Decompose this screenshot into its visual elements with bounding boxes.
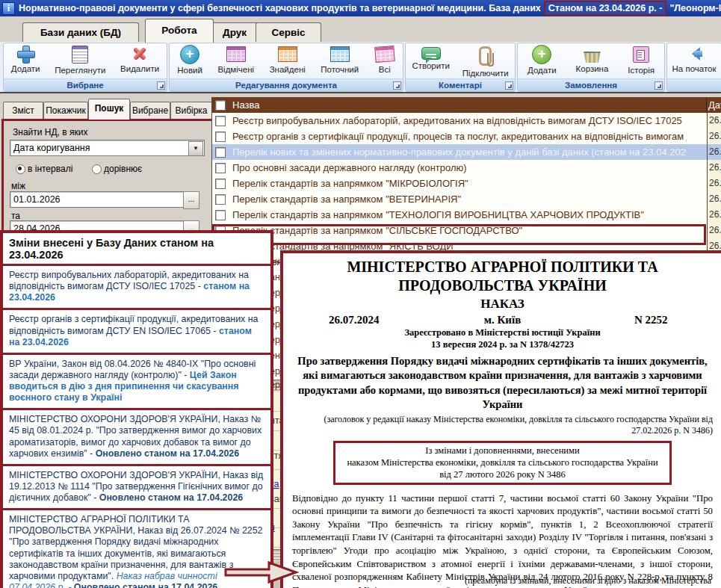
dialog-launcher-icon[interactable] (393, 81, 401, 90)
row-checkbox[interactable] (215, 163, 226, 173)
tab-index[interactable]: Покажчик (43, 102, 88, 119)
radio-equals-label[interactable]: дорівнює (104, 164, 142, 174)
row-date: 26. (707, 191, 721, 208)
all-documents-button[interactable]: Всі (371, 43, 398, 75)
tab-databases[interactable]: Бази даних (БД) (22, 22, 139, 42)
order-add-button[interactable]: + Додати (524, 43, 560, 76)
tab-service[interactable]: Сервіс (256, 22, 321, 42)
list-item[interactable]: Реєстр органів з сертифікації продукції,… (3, 310, 270, 354)
attach-comment-button[interactable]: Підключити (459, 43, 512, 79)
toolbar-group-orders: + Додати Корзина Історія Замовлення (517, 43, 665, 92)
button-label: Історія (628, 66, 655, 75)
radio-equals[interactable] (92, 164, 102, 174)
list-item[interactable]: ВР України, Закон від 08.04.2026 № 4840-… (3, 355, 270, 411)
list-item[interactable]: МІНІСТЕРСТВО АГРАРНОЇ ПОЛІТИКИ ТА ПРОДОВ… (3, 510, 270, 588)
table-row[interactable]: Перелік стандартів за напрямком "ТЕХНОЛО… (212, 207, 721, 223)
column-header-name[interactable]: Назва (232, 97, 259, 113)
button-label: Всі (379, 65, 391, 74)
amendment-line: наказом Міністерства економіки, довкілля… (338, 457, 666, 468)
search-panel: Знайти НД, в яких Дата коригування ▼ в і… (1, 119, 214, 235)
dialog-launcher-icon[interactable] (505, 81, 513, 90)
button-label: Поточний (321, 65, 359, 74)
document-title: Про затвердження Порядку видачі міжнарод… (292, 354, 713, 412)
button-label: Підключити (462, 69, 509, 78)
radio-interval-label[interactable]: в інтервалі (28, 164, 72, 174)
tab-search[interactable]: Пошук (88, 99, 130, 120)
document-body-paragraph: Відповідно до пункту 11 частини першої с… (292, 492, 713, 588)
group-caption-navigation (667, 78, 721, 91)
row-name: Реєстр випробувальних лабораторій, акред… (232, 113, 687, 129)
toolbar-group-navigation: На початок (666, 43, 721, 92)
table-row[interactable]: Реєстр органів з сертифікації продукції,… (212, 129, 721, 145)
window-titlebar: i Нормативно-правові документи у сфері б… (0, 0, 721, 16)
column-header-date[interactable]: Дата (706, 97, 721, 113)
history-journal-icon (633, 46, 649, 63)
button-label: Корзина (576, 64, 609, 73)
title-date-highlight: Станом на 23.04.2026 р. - (544, 1, 667, 16)
document-registration-line2: 13 вересня 2024 р. за N 1378/42723 (292, 338, 713, 350)
chevron-down-icon[interactable]: ▼ (188, 141, 203, 156)
window-title: Нормативно-правові документи у сфері без… (19, 3, 541, 13)
table-found-icon (278, 46, 297, 62)
dialog-launcher-icon[interactable] (157, 81, 165, 90)
radio-interval[interactable] (16, 164, 25, 174)
toolbar-group-comments: Створити Підключити Коментарі (405, 43, 516, 92)
ribbon-toolbar: Додати Переглянути Видалити Вибране + (0, 42, 721, 93)
row-date: 26. (707, 223, 721, 239)
table-row[interactable]: Перелік стандартів за напрямком "ВЕТЕРИН… (212, 191, 721, 208)
button-label: На початок (672, 64, 717, 73)
table-row[interactable]: Перелік стандартів за напрямком "МІКРОБІ… (212, 176, 721, 192)
favorites-delete-button[interactable]: Видалити (117, 43, 162, 75)
tab-contents[interactable]: Зміст (3, 102, 43, 119)
row-checkbox[interactable] (215, 194, 226, 205)
table-row[interactable]: Перелік стандартів за напрямком "СІЛЬСЬК… (212, 223, 721, 239)
document-view: МІНІСТЕРСТВО АГРАРНОЇ ПОЛІТИКИ ТА ПРОДОВ… (280, 250, 721, 588)
tab-print[interactable]: Друк (208, 22, 262, 42)
group-caption-comments: Коментарі (406, 78, 515, 91)
new-document-button[interactable]: + Новий (174, 43, 205, 76)
dialog-launcher-icon[interactable] (655, 81, 663, 90)
button-label: Додати (527, 66, 557, 75)
ribbon-tab-bar: Бази даних (БД) Робота Друк Сервіс (0, 16, 721, 43)
document-date: 26.07.2024 (292, 314, 416, 327)
row-checkbox[interactable] (215, 179, 226, 189)
row-checkbox[interactable] (215, 210, 226, 220)
go-home-button[interactable]: На початок (669, 43, 720, 75)
document-amendment-box: Із змінами і доповненнями, внесеними нак… (333, 441, 672, 485)
tab-selection[interactable]: Вибірка (170, 102, 212, 119)
table-row[interactable]: Про основні засади державного нагляду (к… (212, 160, 721, 176)
row-checkbox[interactable] (215, 131, 226, 142)
found-documents-button[interactable]: Знайдені (267, 43, 309, 75)
favorites-view-button[interactable]: Переглянути (52, 43, 108, 76)
table-row[interactable]: Реєстр випробувальних лабораторій, акред… (212, 113, 721, 129)
row-date: 26. (707, 144, 721, 161)
date-from-input[interactable]: 01.01.2026 (10, 191, 186, 208)
tab-favorites[interactable]: Вибране (130, 102, 170, 119)
order-basket-button[interactable]: Корзина (573, 43, 612, 75)
changes-panel-header: Зміни внесені у Базу Даних станом на 23.… (3, 233, 270, 266)
amendment-line: Із змінами і доповненнями, внесеними (338, 445, 666, 457)
favorites-add-button[interactable]: Додати (8, 43, 43, 75)
order-history-button[interactable]: Історія (625, 43, 657, 76)
table-marked-icon (226, 46, 246, 62)
item-note: Оновлено станом на 17.04.2026 (74, 582, 217, 588)
group-label: Замовлення (565, 81, 617, 90)
group-label: Редагування документа (235, 81, 337, 90)
tab-work[interactable]: Робота (145, 19, 214, 43)
marked-documents-button[interactable]: Відмічені (214, 43, 257, 75)
current-document-button[interactable]: Поточний (318, 43, 362, 75)
list-item[interactable]: МІНІСТЕРСТВО ОХОРОНИ ЗДОРОВ'Я УКРАЇНИ, Н… (3, 466, 270, 510)
create-comment-button[interactable]: Створити (409, 43, 452, 72)
button-label: Переглянути (55, 66, 105, 75)
button-label: Додати (11, 64, 40, 73)
date-from-picker-button[interactable]: ... (183, 191, 199, 209)
select-all-checkbox[interactable] (215, 100, 226, 111)
list-header-row[interactable]: Назва Дата (212, 97, 721, 113)
list-item[interactable]: Реєстр випробувальних лабораторій, акред… (3, 266, 270, 310)
comment-bubble-icon (421, 47, 441, 60)
row-checkbox[interactable] (215, 116, 226, 126)
list-item[interactable]: МІНІСТЕРСТВО ОХОРОНИ ЗДОРОВ'Я УКРАЇНИ, Н… (3, 410, 270, 466)
row-checkbox[interactable] (215, 147, 226, 158)
table-row-selected[interactable]: Перелік нових та змінених нормативно-пра… (212, 144, 721, 161)
search-field-selector[interactable]: Дата коригування ▼ (10, 140, 205, 156)
